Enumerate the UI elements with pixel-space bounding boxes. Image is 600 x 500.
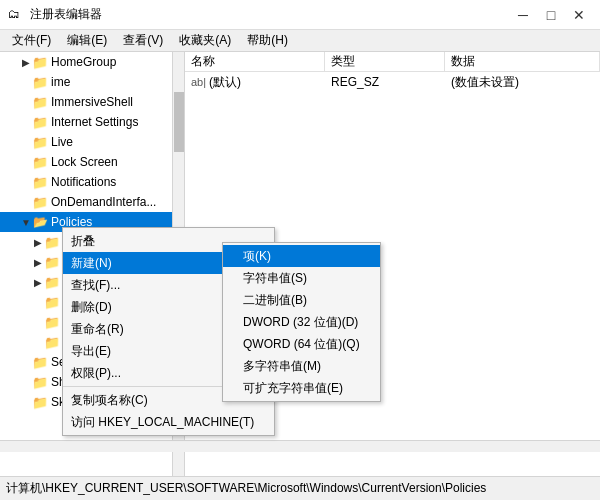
folder-icon: 📁 (44, 255, 60, 269)
folder-icon: 📁 (32, 75, 48, 89)
submenu-item-qword[interactable]: QWORD (64 位值)(Q) (223, 333, 380, 355)
column-headers: 名称 类型 数据 (185, 52, 600, 72)
tree-label-ime: ime (51, 75, 70, 89)
folder-icon: 📁 (32, 95, 48, 109)
registry-row[interactable]: ab|(默认) REG_SZ (数值未设置) (185, 72, 600, 92)
folder-icon: 📁 (32, 355, 48, 369)
default-label: (默认) (209, 74, 241, 91)
tree-item-homegroup[interactable]: ▶ 📁 HomeGroup (0, 52, 184, 72)
folder-icon: 📁 (32, 155, 48, 169)
cell-name: ab|(默认) (185, 72, 325, 93)
folder-icon: 📁 (44, 315, 60, 329)
submenu-item-expandstring[interactable]: 可扩充字符串值(E) (223, 377, 380, 399)
status-bar: 计算机\HKEY_CURRENT_USER\SOFTWARE\Microsoft… (0, 476, 600, 500)
folder-icon: 📁 (44, 295, 60, 309)
folder-icon: 📁 (32, 55, 48, 69)
menu-file[interactable]: 文件(F) (4, 30, 59, 51)
col-header-type: 类型 (325, 52, 445, 71)
tree-label-lock-screen: Lock Screen (51, 155, 118, 169)
tree-arrow-r1: ▶ (32, 277, 44, 288)
tree-label-immersiveshell: ImmersiveShell (51, 95, 133, 109)
cell-data: (数值未设置) (445, 72, 600, 93)
folder-icon: 📁 (44, 335, 60, 349)
status-text: 计算机\HKEY_CURRENT_USER\SOFTWARE\Microsoft… (6, 480, 486, 497)
folder-icon: 📁 (32, 175, 48, 189)
tree-item-immersiveshell[interactable]: 📁 ImmersiveShell (0, 92, 184, 112)
minimize-button[interactable]: ─ (510, 5, 536, 25)
app-icon: 🗂 (8, 7, 24, 23)
tree-item-notifications[interactable]: 📁 Notifications (0, 172, 184, 192)
submenu-new: 项(K) 字符串值(S) 二进制值(B) DWORD (32 位值)(D) QW… (222, 242, 381, 402)
cell-type: REG_SZ (325, 73, 445, 91)
submenu-item-binary[interactable]: 二进制值(B) (223, 289, 380, 311)
folder-icon: 📁 (32, 395, 48, 409)
main-content: ▶ 📁 HomeGroup 📁 ime 📁 ImmersiveShell 📁 I… (0, 52, 600, 476)
tree-arrow-homegroup: ▶ (20, 57, 32, 68)
tree-arrow-p2: ▶ (32, 257, 44, 268)
folder-icon: 📁 (32, 375, 48, 389)
tree-label-notifications: Notifications (51, 175, 116, 189)
submenu-item-dword[interactable]: DWORD (32 位值)(D) (223, 311, 380, 333)
folder-icon: 📁 (32, 195, 48, 209)
tree-arrow-p1: ▶ (32, 237, 44, 248)
folder-icon-open: 📂 (32, 215, 48, 229)
tree-item-ime[interactable]: 📁 ime (0, 72, 184, 92)
tree-item-ondemand[interactable]: 📁 OnDemandInterfa... (0, 192, 184, 212)
close-button[interactable]: ✕ (566, 5, 592, 25)
tree-label-homegroup: HomeGroup (51, 55, 116, 69)
folder-icon: 📁 (32, 115, 48, 129)
ctx-item-access-hklm[interactable]: 访问 HKEY_LOCAL_MACHINE(T) (63, 411, 274, 433)
col-header-data: 数据 (445, 52, 600, 71)
tree-arrow-policies: ▼ (20, 217, 32, 228)
horizontal-scrollbar[interactable] (0, 440, 600, 452)
tree-item-lock-screen[interactable]: 📁 Lock Screen (0, 152, 184, 172)
folder-icon: 📁 (44, 275, 60, 289)
maximize-button[interactable]: □ (538, 5, 564, 25)
tree-item-live[interactable]: 📁 Live (0, 132, 184, 152)
tree-item-internet-settings[interactable]: 📁 Internet Settings (0, 112, 184, 132)
submenu-item-string[interactable]: 字符串值(S) (223, 267, 380, 289)
tree-label-live: Live (51, 135, 73, 149)
menu-favorites[interactable]: 收藏夹(A) (171, 30, 239, 51)
menu-help[interactable]: 帮助(H) (239, 30, 296, 51)
folder-icon: 📁 (32, 135, 48, 149)
scroll-thumb (174, 92, 184, 152)
folder-icon: 📁 (44, 235, 60, 249)
title-bar: 🗂 注册表编辑器 ─ □ ✕ (0, 0, 600, 30)
menu-bar: 文件(F) 编辑(E) 查看(V) 收藏夹(A) 帮助(H) (0, 30, 600, 52)
menu-edit[interactable]: 编辑(E) (59, 30, 115, 51)
title-text: 注册表编辑器 (30, 6, 510, 23)
col-header-name: 名称 (185, 52, 325, 71)
tree-label-ondemand: OnDemandInterfa... (51, 195, 156, 209)
tree-label-internet-settings: Internet Settings (51, 115, 138, 129)
window-controls: ─ □ ✕ (510, 5, 592, 25)
submenu-item-key[interactable]: 项(K) (223, 245, 380, 267)
submenu-item-multistring[interactable]: 多字符串值(M) (223, 355, 380, 377)
menu-view[interactable]: 查看(V) (115, 30, 171, 51)
